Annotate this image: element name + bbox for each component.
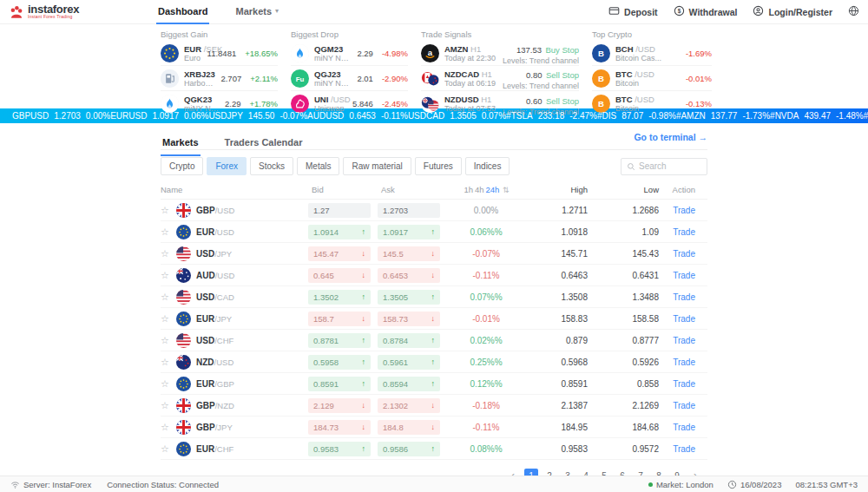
search-box[interactable] xyxy=(621,158,707,175)
filter-futures[interactable]: Futures xyxy=(415,157,462,175)
ask-quote[interactable]: 158.73↓ xyxy=(378,312,440,326)
bid-quote[interactable]: 1.27 xyxy=(308,203,371,218)
deposit-button[interactable]: Deposit xyxy=(608,5,658,18)
favorite-star-icon[interactable]: ☆ xyxy=(161,443,171,455)
bid-quote[interactable]: 0.8591↑ xyxy=(308,377,371,391)
change-period-1h[interactable]: 1h xyxy=(464,185,473,194)
table-row-usd-chf[interactable]: ☆ USD/CHF 0.8781↑ 0.8784↑ 0.02%% 0.879 0… xyxy=(161,330,707,351)
ticker-item-audusd[interactable]: AUDUSD0.6453-0.11% xyxy=(307,111,408,121)
ask-quote[interactable]: 145.5↓ xyxy=(378,246,440,261)
bid-quote[interactable]: 0.5958↑ xyxy=(308,355,371,370)
favorite-star-icon[interactable]: ☆ xyxy=(161,378,171,390)
login-register-button[interactable]: Login/Register xyxy=(753,5,832,18)
language-button[interactable] xyxy=(848,5,859,18)
bid-quote[interactable]: 1.3502↑ xyxy=(308,290,371,305)
list-item-xrbj23[interactable]: XRBJ23Harbor Gaso... 2.707+2.11% xyxy=(161,66,278,91)
change-period-24h[interactable]: 24h xyxy=(486,185,500,194)
trade-link[interactable]: Trade xyxy=(673,358,695,367)
table-row-gbp-usd[interactable]: ☆ GBP/USD 1.27 1.2703 0.00% 1.2711 1.268… xyxy=(161,200,707,221)
favorite-star-icon[interactable]: ☆ xyxy=(161,248,171,259)
table-row-usd-cad[interactable]: ☆ USD/CAD 1.3502↑ 1.3505↑ 0.07%% 1.3508 … xyxy=(161,286,707,308)
search-input[interactable] xyxy=(639,161,701,171)
list-item-bch[interactable]: BBCH /USDBitcoin Cas... -1.69% xyxy=(592,41,712,66)
favorite-star-icon[interactable]: ☆ xyxy=(161,226,171,238)
table-row-usd-jpy[interactable]: ☆ USD/JPY 145.47↓ 145.5↓ -0.07% 145.71 1… xyxy=(161,243,707,265)
favorite-star-icon[interactable]: ☆ xyxy=(161,313,171,325)
trade-link[interactable]: Trade xyxy=(673,227,695,237)
favorite-star-icon[interactable]: ☆ xyxy=(161,400,171,411)
bid-quote[interactable]: 158.7↓ xyxy=(308,312,371,326)
bid-quote[interactable]: 184.73↓ xyxy=(308,420,371,435)
trade-link[interactable]: Trade xyxy=(673,401,695,410)
trade-link[interactable]: Trade xyxy=(673,314,695,324)
bid-quote[interactable]: 145.47↓ xyxy=(308,246,371,261)
ask-quote[interactable]: 1.2703 xyxy=(378,203,440,218)
list-item-btc[interactable]: BBTC /USDBitcoin -0.01% xyxy=(592,66,712,91)
ticker-item-gbpusd[interactable]: GBPUSD1.27030.00% xyxy=(12,111,110,121)
ticker-item-usdjpy[interactable]: USDJPY145.50-0.07% xyxy=(208,111,307,121)
sort-arrows-icon[interactable]: ⇅ xyxy=(503,186,510,194)
ticker-item--nvda[interactable]: #NVDA439.47-1.48% xyxy=(770,111,864,121)
list-item-amzn[interactable]: aAMZN H1Today at 22:30 137.53 Buy StopLe… xyxy=(421,41,579,66)
trade-link[interactable]: Trade xyxy=(673,292,695,302)
bid-quote[interactable]: 1.0914↑ xyxy=(308,225,371,239)
filter-forex[interactable]: Forex xyxy=(207,157,247,175)
ticker-item--dis[interactable]: #DIS87.07-0.98% xyxy=(597,111,676,121)
ask-quote[interactable]: 0.8594↑ xyxy=(378,377,440,391)
favorite-star-icon[interactable]: ☆ xyxy=(161,422,171,433)
ask-quote[interactable]: 0.9586↑ xyxy=(378,442,440,456)
filter-indices[interactable]: Indices xyxy=(465,157,510,175)
table-row-gbp-nzd[interactable]: ☆ GBP/NZD 2.129↓ 2.1302↓ -0.18% 2.1387 2… xyxy=(161,395,707,417)
favorite-star-icon[interactable]: ☆ xyxy=(161,270,171,281)
tab-traders-calendar[interactable]: Traders Calendar xyxy=(223,137,305,156)
ticker-item-usdcad[interactable]: USDCAD1.35050.07% xyxy=(408,111,506,121)
ticker-item--tsla[interactable]: #TSLA233.18-2.47% xyxy=(506,111,597,121)
brand-logo[interactable]: instaforex Instant Forex Trading xyxy=(9,4,156,20)
list-item-qgm23[interactable]: QGM23miNY Natura... 2.29-4.98% xyxy=(291,41,408,66)
table-row-eur-usd[interactable]: ☆ EUR/USD 1.0914↑ 1.0917↑ 0.06%% 1.0918 … xyxy=(161,221,707,243)
change-period-4h[interactable]: 4h xyxy=(475,185,484,194)
favorite-star-icon[interactable]: ☆ xyxy=(161,205,171,216)
bid-quote[interactable]: 0.9583↑ xyxy=(308,442,371,456)
ticker-item--f[interactable]: #F11.98-0.99% xyxy=(864,111,868,121)
trade-link[interactable]: Trade xyxy=(673,206,695,215)
ask-quote[interactable]: 0.6453↓ xyxy=(378,268,440,283)
ticker-item-eurusd[interactable]: EURUSD1.09170.06% xyxy=(110,111,208,121)
table-row-eur-gbp[interactable]: ☆ EUR/GBP 0.8591↑ 0.8594↑ 0.12%% 0.8591 … xyxy=(161,373,707,395)
bid-quote[interactable]: 0.8781↑ xyxy=(308,333,371,348)
go-to-terminal-link[interactable]: Go to terminal → xyxy=(634,132,707,149)
bid-quote[interactable]: 2.129↓ xyxy=(308,398,371,413)
favorite-star-icon[interactable]: ☆ xyxy=(161,292,171,303)
favorite-star-icon[interactable]: ☆ xyxy=(161,357,171,368)
trade-link[interactable]: Trade xyxy=(673,336,695,345)
nav-dashboard[interactable]: Dashboard xyxy=(156,0,209,24)
ask-quote[interactable]: 2.1302↓ xyxy=(378,398,440,413)
withdrawal-button[interactable]: $Withdrawal xyxy=(674,5,738,18)
table-row-aud-usd[interactable]: ☆ AUD/USD 0.645↓ 0.6453↓ -0.11% 0.6463 0… xyxy=(161,265,707,286)
filter-metals[interactable]: Metals xyxy=(297,157,339,175)
trade-link[interactable]: Trade xyxy=(673,423,695,432)
table-row-eur-jpy[interactable]: ☆ EUR/JPY 158.7↓ 158.73↓ -0.01% 158.83 1… xyxy=(161,308,707,330)
list-item-qgj23[interactable]: FuQGJ23miNY Natura... 2.01-2.90% xyxy=(291,66,408,91)
filter-stocks[interactable]: Stocks xyxy=(250,157,293,175)
table-row-eur-chf[interactable]: ☆ EUR/CHF 0.9583↑ 0.9586↑ 0.08%% 0.9583 … xyxy=(161,438,707,460)
list-item-eur[interactable]: EUR /SEKEuro 11.8481+18.65% xyxy=(161,41,278,66)
ask-quote[interactable]: 0.5961↑ xyxy=(378,355,440,370)
tab-markets[interactable]: Markets xyxy=(161,137,201,156)
filter-crypto[interactable]: Crypto xyxy=(161,157,203,175)
filter-raw-material[interactable]: Raw material xyxy=(343,157,411,175)
trade-link[interactable]: Trade xyxy=(673,249,695,259)
table-row-nzd-usd[interactable]: ☆ NZD/USD 0.5958↑ 0.5961↑ 0.25%% 0.5968 … xyxy=(161,351,707,373)
list-item-nzdcad[interactable]: NZDCAD H1Today at 06:19 0.80 Sell StopLe… xyxy=(421,66,579,91)
favorite-star-icon[interactable]: ☆ xyxy=(161,335,171,346)
ask-quote[interactable]: 1.0917↑ xyxy=(378,225,440,239)
bid-quote[interactable]: 0.645↓ xyxy=(308,268,371,283)
table-row-gbp-jpy[interactable]: ☆ GBP/JPY 184.73↓ 184.8↓ -0.11% 184.95 1… xyxy=(161,417,707,438)
nav-markets[interactable]: Markets▾ xyxy=(233,0,280,24)
ask-quote[interactable]: 184.8↓ xyxy=(378,420,440,435)
ticker-item--amzn[interactable]: #AMZN137.77-1.73% xyxy=(676,111,770,121)
ask-quote[interactable]: 0.8784↑ xyxy=(378,333,440,348)
trade-link[interactable]: Trade xyxy=(673,271,695,280)
trade-link[interactable]: Trade xyxy=(673,444,695,454)
trade-link[interactable]: Trade xyxy=(673,379,695,389)
